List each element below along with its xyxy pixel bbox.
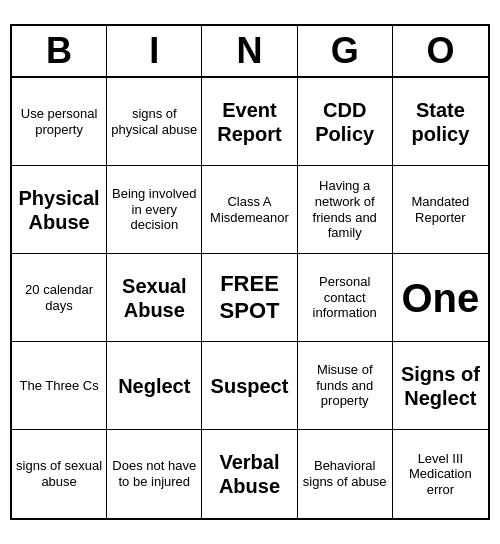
- bingo-header-letter: O: [393, 26, 488, 76]
- bingo-cell: Verbal Abuse: [202, 430, 297, 518]
- bingo-cell: Mandated Reporter: [393, 166, 488, 254]
- bingo-cell: FREE SPOT: [202, 254, 297, 342]
- bingo-grid: Use personal propertysigns of physical a…: [12, 78, 488, 518]
- bingo-cell: Misuse of funds and property: [298, 342, 393, 430]
- bingo-cell: Use personal property: [12, 78, 107, 166]
- bingo-cell: Level III Medication error: [393, 430, 488, 518]
- bingo-cell: Class A Misdemeanor: [202, 166, 297, 254]
- bingo-header-letter: N: [202, 26, 297, 76]
- bingo-header-letter: I: [107, 26, 202, 76]
- bingo-cell: CDD Policy: [298, 78, 393, 166]
- bingo-cell: Signs of Neglect: [393, 342, 488, 430]
- bingo-header-letter: B: [12, 26, 107, 76]
- bingo-cell: One: [393, 254, 488, 342]
- bingo-cell: Personal contact information: [298, 254, 393, 342]
- bingo-cell: signs of physical abuse: [107, 78, 202, 166]
- bingo-cell: Does not have to be injured: [107, 430, 202, 518]
- bingo-cell: 20 calendar days: [12, 254, 107, 342]
- bingo-cell: Neglect: [107, 342, 202, 430]
- bingo-header-letter: G: [298, 26, 393, 76]
- bingo-cell: signs of sexual abuse: [12, 430, 107, 518]
- bingo-cell: Suspect: [202, 342, 297, 430]
- bingo-cell: Physical Abuse: [12, 166, 107, 254]
- bingo-card: BINGO Use personal propertysigns of phys…: [10, 24, 490, 520]
- bingo-cell: State policy: [393, 78, 488, 166]
- bingo-cell: Sexual Abuse: [107, 254, 202, 342]
- bingo-cell: Behavioral signs of abuse: [298, 430, 393, 518]
- bingo-cell: The Three Cs: [12, 342, 107, 430]
- bingo-cell: Having a network of friends and family: [298, 166, 393, 254]
- bingo-cell: Event Report: [202, 78, 297, 166]
- bingo-header: BINGO: [12, 26, 488, 78]
- bingo-cell: Being involved in every decision: [107, 166, 202, 254]
